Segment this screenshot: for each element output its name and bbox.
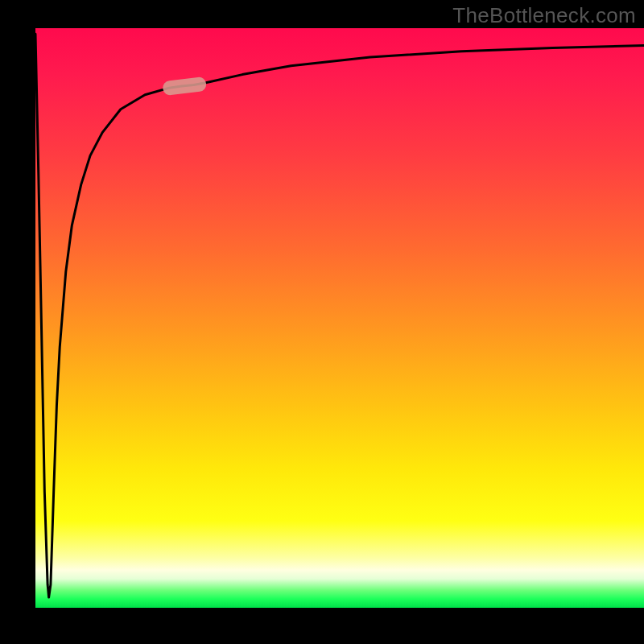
current-point-marker — [162, 76, 207, 96]
watermark-text: TheBottleneck.com — [452, 3, 636, 28]
bottleneck-chart: TheBottleneck.com — [0, 0, 644, 644]
curve-layer — [35, 28, 644, 608]
bottleneck-curve — [35, 34, 644, 597]
